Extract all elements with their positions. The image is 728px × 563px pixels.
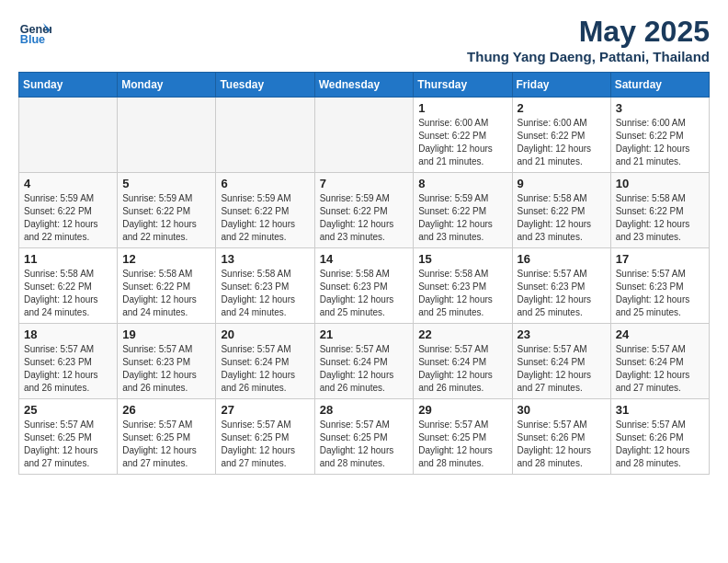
calendar-cell: 16Sunrise: 5:57 AM Sunset: 6:23 PM Dayli…: [512, 248, 610, 324]
day-info: Sunrise: 5:58 AM Sunset: 6:22 PM Dayligh…: [122, 268, 210, 319]
logo: General Blue: [18, 15, 51, 48]
calendar-cell: 6Sunrise: 5:59 AM Sunset: 6:22 PM Daylig…: [216, 173, 314, 248]
day-info: Sunrise: 5:57 AM Sunset: 6:24 PM Dayligh…: [320, 343, 409, 395]
day-number: 20: [221, 327, 309, 341]
title-block: May 2025 Thung Yang Daeng, Pattani, Thai…: [467, 15, 710, 64]
day-info: Sunrise: 5:59 AM Sunset: 6:22 PM Dayligh…: [320, 192, 409, 244]
day-info: Sunrise: 5:57 AM Sunset: 6:25 PM Dayligh…: [418, 419, 506, 470]
calendar-cell: 19Sunrise: 5:57 AM Sunset: 6:23 PM Dayli…: [118, 324, 216, 399]
day-number: 7: [320, 177, 409, 190]
logo-icon: General Blue: [18, 15, 51, 48]
calendar-week-3: 11Sunrise: 5:58 AM Sunset: 6:22 PM Dayli…: [19, 248, 710, 324]
calendar-cell: 4Sunrise: 5:59 AM Sunset: 6:22 PM Daylig…: [19, 173, 118, 248]
day-info: Sunrise: 5:58 AM Sunset: 6:22 PM Dayligh…: [616, 192, 704, 244]
day-number: 16: [518, 252, 606, 266]
day-info: Sunrise: 5:57 AM Sunset: 6:25 PM Dayligh…: [320, 419, 409, 470]
page-header: General Blue May 2025 Thung Yang Daeng, …: [18, 15, 710, 64]
day-number: 1: [418, 101, 506, 115]
day-number: 5: [122, 177, 210, 190]
calendar-cell: 9Sunrise: 5:58 AM Sunset: 6:22 PM Daylig…: [512, 173, 610, 248]
day-info: Sunrise: 5:57 AM Sunset: 6:26 PM Dayligh…: [616, 419, 704, 470]
weekday-header-row: SundayMondayTuesdayWednesdayThursdayFrid…: [19, 73, 710, 98]
weekday-header-friday: Friday: [512, 73, 610, 98]
day-info: Sunrise: 5:58 AM Sunset: 6:23 PM Dayligh…: [320, 268, 409, 319]
day-number: 19: [122, 327, 210, 341]
day-number: 15: [418, 252, 506, 266]
calendar-week-5: 25Sunrise: 5:57 AM Sunset: 6:25 PM Dayli…: [19, 399, 710, 475]
calendar-cell: 22Sunrise: 5:57 AM Sunset: 6:24 PM Dayli…: [414, 324, 512, 399]
calendar-cell: 29Sunrise: 5:57 AM Sunset: 6:25 PM Dayli…: [414, 399, 512, 475]
calendar-cell: [19, 98, 118, 173]
day-info: Sunrise: 6:00 AM Sunset: 6:22 PM Dayligh…: [418, 117, 506, 168]
day-info: Sunrise: 5:59 AM Sunset: 6:22 PM Dayligh…: [24, 192, 112, 244]
day-number: 27: [221, 403, 309, 417]
day-info: Sunrise: 5:59 AM Sunset: 6:22 PM Dayligh…: [122, 192, 210, 244]
day-number: 26: [122, 403, 210, 417]
calendar-week-4: 18Sunrise: 5:57 AM Sunset: 6:23 PM Dayli…: [19, 324, 710, 399]
calendar-cell: 23Sunrise: 5:57 AM Sunset: 6:24 PM Dayli…: [512, 324, 610, 399]
weekday-header-tuesday: Tuesday: [216, 73, 314, 98]
day-info: Sunrise: 5:59 AM Sunset: 6:22 PM Dayligh…: [221, 192, 309, 244]
day-number: 9: [518, 177, 606, 190]
day-number: 10: [616, 177, 704, 190]
calendar-cell: 7Sunrise: 5:59 AM Sunset: 6:22 PM Daylig…: [314, 173, 414, 248]
day-info: Sunrise: 5:57 AM Sunset: 6:23 PM Dayligh…: [518, 268, 606, 319]
day-info: Sunrise: 5:58 AM Sunset: 6:23 PM Dayligh…: [418, 268, 506, 319]
weekday-header-monday: Monday: [118, 73, 216, 98]
calendar-cell: 21Sunrise: 5:57 AM Sunset: 6:24 PM Dayli…: [314, 324, 414, 399]
day-info: Sunrise: 6:00 AM Sunset: 6:22 PM Dayligh…: [616, 117, 704, 168]
day-info: Sunrise: 5:57 AM Sunset: 6:24 PM Dayligh…: [518, 343, 606, 395]
calendar-cell: 12Sunrise: 5:58 AM Sunset: 6:22 PM Dayli…: [118, 248, 216, 324]
calendar-cell: 20Sunrise: 5:57 AM Sunset: 6:24 PM Dayli…: [216, 324, 314, 399]
calendar-table: SundayMondayTuesdayWednesdayThursdayFrid…: [18, 72, 710, 475]
day-info: Sunrise: 5:58 AM Sunset: 6:23 PM Dayligh…: [221, 268, 309, 319]
day-number: 8: [418, 177, 506, 190]
day-info: Sunrise: 6:00 AM Sunset: 6:22 PM Dayligh…: [518, 117, 606, 168]
calendar-cell: [216, 98, 314, 173]
day-info: Sunrise: 5:57 AM Sunset: 6:25 PM Dayligh…: [24, 419, 112, 470]
day-number: 12: [122, 252, 210, 266]
day-info: Sunrise: 5:57 AM Sunset: 6:23 PM Dayligh…: [122, 343, 210, 395]
calendar-cell: 3Sunrise: 6:00 AM Sunset: 6:22 PM Daylig…: [610, 98, 709, 173]
day-info: Sunrise: 5:58 AM Sunset: 6:22 PM Dayligh…: [518, 192, 606, 244]
day-number: 14: [320, 252, 409, 266]
day-info: Sunrise: 5:59 AM Sunset: 6:22 PM Dayligh…: [418, 192, 506, 244]
calendar-cell: 31Sunrise: 5:57 AM Sunset: 6:26 PM Dayli…: [610, 399, 709, 475]
day-info: Sunrise: 5:57 AM Sunset: 6:24 PM Dayligh…: [616, 343, 704, 395]
calendar-cell: 11Sunrise: 5:58 AM Sunset: 6:22 PM Dayli…: [19, 248, 118, 324]
day-number: 24: [616, 327, 704, 341]
day-number: 25: [24, 403, 112, 417]
day-number: 28: [320, 403, 409, 417]
calendar-week-2: 4Sunrise: 5:59 AM Sunset: 6:22 PM Daylig…: [19, 173, 710, 248]
day-number: 3: [616, 101, 704, 115]
calendar-cell: 28Sunrise: 5:57 AM Sunset: 6:25 PM Dayli…: [314, 399, 414, 475]
day-info: Sunrise: 5:57 AM Sunset: 6:24 PM Dayligh…: [221, 343, 309, 395]
calendar-cell: 26Sunrise: 5:57 AM Sunset: 6:25 PM Dayli…: [118, 399, 216, 475]
calendar-week-1: 1Sunrise: 6:00 AM Sunset: 6:22 PM Daylig…: [19, 98, 710, 173]
calendar-cell: [314, 98, 414, 173]
calendar-cell: 1Sunrise: 6:00 AM Sunset: 6:22 PM Daylig…: [414, 98, 512, 173]
day-number: 31: [616, 403, 704, 417]
day-info: Sunrise: 5:57 AM Sunset: 6:25 PM Dayligh…: [122, 419, 210, 470]
day-number: 21: [320, 327, 409, 341]
day-number: 4: [24, 177, 112, 190]
calendar-cell: [118, 98, 216, 173]
calendar-cell: 10Sunrise: 5:58 AM Sunset: 6:22 PM Dayli…: [610, 173, 709, 248]
day-number: 30: [518, 403, 606, 417]
day-info: Sunrise: 5:58 AM Sunset: 6:22 PM Dayligh…: [24, 268, 112, 319]
day-number: 11: [24, 252, 112, 266]
day-info: Sunrise: 5:57 AM Sunset: 6:24 PM Dayligh…: [418, 343, 506, 395]
calendar-cell: 27Sunrise: 5:57 AM Sunset: 6:25 PM Dayli…: [216, 399, 314, 475]
weekday-header-saturday: Saturday: [610, 73, 709, 98]
day-number: 22: [418, 327, 506, 341]
day-info: Sunrise: 5:57 AM Sunset: 6:23 PM Dayligh…: [616, 268, 704, 319]
calendar-cell: 25Sunrise: 5:57 AM Sunset: 6:25 PM Dayli…: [19, 399, 118, 475]
location-title: Thung Yang Daeng, Pattani, Thailand: [467, 49, 710, 64]
calendar-cell: 30Sunrise: 5:57 AM Sunset: 6:26 PM Dayli…: [512, 399, 610, 475]
day-number: 13: [221, 252, 309, 266]
weekday-header-thursday: Thursday: [414, 73, 512, 98]
weekday-header-wednesday: Wednesday: [314, 73, 414, 98]
day-number: 18: [24, 327, 112, 341]
day-number: 29: [418, 403, 506, 417]
calendar-cell: 24Sunrise: 5:57 AM Sunset: 6:24 PM Dayli…: [610, 324, 709, 399]
